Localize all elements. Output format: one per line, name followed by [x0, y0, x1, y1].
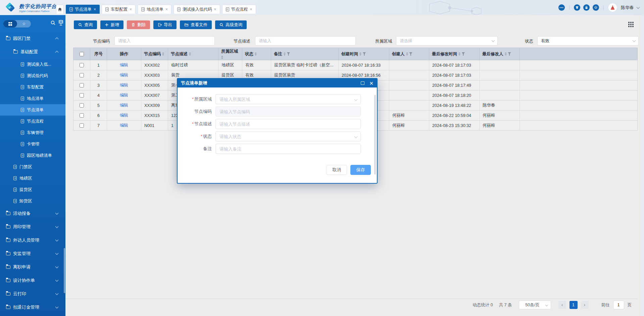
- tab-home[interactable]: [56, 5, 64, 14]
- sidebar-item-deposit-refund-mgmt[interactable]: 扣退订金管理: [0, 301, 65, 314]
- tab-close-icon[interactable]: ×: [165, 7, 168, 11]
- col-modifier[interactable]: 最后修改人: [480, 48, 520, 60]
- sidebar-scrollbar[interactable]: [64, 248, 65, 293]
- filter-desc-input[interactable]: [255, 36, 356, 46]
- status-select-input[interactable]: [215, 131, 361, 141]
- dialog-scrollbar[interactable]: [374, 95, 376, 175]
- tab-close-icon[interactable]: ×: [94, 7, 96, 11]
- col-area[interactable]: 所属区域: [218, 48, 242, 60]
- row-checkbox[interactable]: [80, 93, 84, 98]
- status-select[interactable]: [215, 131, 361, 141]
- sidebar-item-test-lowcode[interactable]: 测试低代码: [0, 70, 65, 81]
- select-all-checkbox[interactable]: [80, 52, 84, 56]
- remark-input[interactable]: [215, 144, 361, 154]
- sidebar-item-park-weighbridge-list[interactable]: 园区地磅清单: [0, 150, 65, 161]
- power-icon[interactable]: [593, 4, 599, 11]
- sidebar-item-pickup-area[interactable]: 提货区: [0, 184, 65, 195]
- row-checkbox[interactable]: [80, 123, 84, 128]
- close-icon[interactable]: ✕: [369, 81, 374, 86]
- avatar[interactable]: [608, 3, 617, 12]
- add-button[interactable]: 新增: [100, 20, 123, 29]
- sidebar-item-park-access[interactable]: 园区门禁: [0, 32, 65, 45]
- remark-field[interactable]: [215, 144, 361, 154]
- sidebar-item-test-access-lowcode[interactable]: 测试接入低...: [0, 59, 65, 70]
- row-checkbox[interactable]: [80, 113, 84, 118]
- sidebar-item-design-collab[interactable]: 设计协作单: [0, 274, 65, 287]
- sort-icon[interactable]: [162, 52, 164, 56]
- area-select-input[interactable]: [215, 94, 361, 104]
- edit-link[interactable]: 编辑: [120, 72, 128, 78]
- filter-funnel-icon[interactable]: [409, 52, 412, 56]
- filter-funnel-icon[interactable]: [287, 52, 290, 56]
- tab-node-flow[interactable]: 节点流程 ×: [222, 5, 256, 14]
- desc-input[interactable]: [215, 119, 361, 129]
- col-remark[interactable]: 备注: [271, 48, 339, 60]
- filter-area-select[interactable]: 请选择: [396, 36, 498, 46]
- view-files-button[interactable]: 查看文件: [180, 20, 212, 29]
- delete-button[interactable]: 删除: [127, 20, 150, 29]
- sidebar-item-vehicle-type-config[interactable]: 车型配置: [0, 81, 65, 93]
- dialog-header[interactable]: 节点清单新增 ✕: [178, 79, 377, 87]
- col-modified[interactable]: 最后修改时间: [429, 48, 480, 60]
- sidebar-item-access-area[interactable]: 门禁区: [0, 161, 65, 173]
- grid-menu-icon[interactable]: [3, 20, 17, 27]
- tab-location-list[interactable]: 地点清单 ×: [138, 5, 171, 14]
- chevron-down-icon[interactable]: [637, 5, 640, 9]
- col-creator[interactable]: 创建人: [389, 48, 429, 60]
- sidebar-item-resign-apply[interactable]: 离职申请: [0, 260, 65, 274]
- row-checkbox[interactable]: [80, 103, 84, 108]
- filter-funnel-icon[interactable]: [508, 52, 511, 56]
- grid-view-icon[interactable]: [628, 22, 634, 27]
- goto-page-input[interactable]: [613, 301, 624, 309]
- sidebar-item-vehicle-mgmt[interactable]: 车辆管理: [0, 127, 65, 138]
- sidebar-item-unload-area[interactable]: 卸货区: [0, 195, 65, 207]
- sidebar-item-safety-mgmt[interactable]: 安监管理: [0, 247, 65, 260]
- tab-close-icon[interactable]: ×: [130, 7, 132, 11]
- sidebar-item-node-list[interactable]: 节点清单: [0, 104, 65, 116]
- menu-mode-toggle[interactable]: ☆: [3, 20, 31, 27]
- sidebar-item-node-flow[interactable]: 节点流程: [0, 116, 65, 127]
- filter-status-select[interactable]: 有效: [537, 36, 639, 46]
- sidebar-item-location-list[interactable]: 地点清单: [0, 93, 65, 104]
- sort-icon[interactable]: [284, 52, 286, 56]
- query-button[interactable]: 查询: [74, 20, 97, 29]
- tab-close-icon[interactable]: ×: [250, 7, 252, 11]
- row-checkbox[interactable]: [80, 73, 84, 77]
- sort-icon[interactable]: [189, 52, 191, 56]
- next-page-button[interactable]: ›: [581, 301, 589, 309]
- save-button[interactable]: 保存: [350, 165, 371, 175]
- cancel-button[interactable]: 取消: [327, 165, 347, 175]
- export-button[interactable]: 导出: [153, 20, 177, 29]
- prev-page-button[interactable]: ‹: [558, 301, 566, 309]
- sidebar-item-weighbridge-area[interactable]: 地磅区: [0, 173, 65, 184]
- tab-vehicle-type-config[interactable]: 车型配置 ×: [102, 5, 136, 14]
- edit-link[interactable]: 编辑: [120, 62, 128, 68]
- sort-icon[interactable]: [406, 52, 408, 56]
- lock-icon[interactable]: [583, 4, 590, 11]
- tab-test-access-lowcode[interactable]: 测试接入低代码 ×: [174, 5, 220, 14]
- row-checkbox[interactable]: [80, 63, 84, 67]
- search-icon[interactable]: [50, 20, 56, 27]
- sidebar-item-basic-config[interactable]: 基础配置: [0, 45, 65, 59]
- tab-node-list[interactable]: 节点清单 ×: [66, 5, 100, 14]
- edit-link[interactable]: 编辑: [120, 92, 128, 98]
- page-size-select[interactable]: 50条/页: [519, 301, 551, 309]
- sidebar-item-seal-mgmt[interactable]: 用印管理: [0, 220, 65, 234]
- col-desc[interactable]: 节点描述: [168, 48, 218, 60]
- star-icon[interactable]: ☆: [17, 21, 31, 26]
- row-checkbox[interactable]: [80, 83, 84, 87]
- filter-funnel-icon[interactable]: [363, 52, 366, 56]
- sidebar-item-visitor-mgmt[interactable]: 外访人员管理: [0, 234, 65, 247]
- more-icon[interactable]: •••: [558, 4, 565, 11]
- sidebar-item-activity-report[interactable]: 活动报备: [0, 207, 65, 220]
- sort-icon[interactable]: [359, 52, 361, 56]
- tab-close-icon[interactable]: ×: [214, 7, 216, 11]
- board-icon[interactable]: [58, 20, 63, 27]
- maximize-icon[interactable]: [361, 81, 364, 85]
- sort-icon[interactable]: [505, 52, 507, 56]
- advanced-query-button[interactable]: 高级查询: [215, 20, 247, 29]
- username[interactable]: 陈华春: [621, 5, 634, 11]
- col-status[interactable]: 状态: [242, 48, 271, 60]
- sort-icon[interactable]: [255, 52, 257, 56]
- edit-link[interactable]: 编辑: [120, 82, 128, 88]
